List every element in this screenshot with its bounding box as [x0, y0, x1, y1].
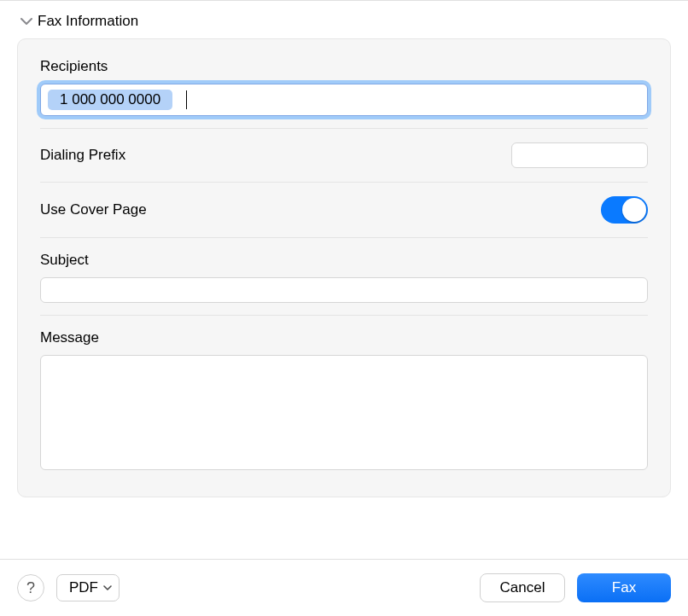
content-area: Fax Information Recipients 1 000 000 000… [0, 1, 688, 559]
pdf-popup-button[interactable]: PDF [56, 574, 120, 601]
cover-page-toggle[interactable] [601, 196, 648, 224]
section-title: Fax Information [38, 13, 138, 30]
message-block: Message [40, 316, 648, 474]
help-button[interactable]: ? [17, 574, 44, 601]
cancel-button[interactable]: Cancel [480, 573, 565, 602]
section-header[interactable]: Fax Information [20, 13, 671, 30]
cover-page-row: Use Cover Page [40, 183, 648, 237]
dialing-prefix-label: Dialing Prefix [40, 147, 125, 164]
dialog-footer: ? PDF Cancel Fax [0, 559, 688, 616]
recipient-token[interactable]: 1 000 000 0000 [48, 90, 172, 110]
subject-block: Subject [40, 238, 648, 315]
message-label: Message [40, 329, 648, 346]
pdf-label: PDF [69, 579, 98, 596]
help-icon: ? [26, 579, 35, 597]
recipients-label: Recipients [40, 58, 648, 75]
message-textarea[interactable] [40, 355, 648, 470]
dialing-prefix-row: Dialing Prefix [40, 129, 648, 182]
subject-input[interactable] [40, 277, 648, 303]
toggle-knob [622, 198, 646, 222]
recipients-input[interactable]: 1 000 000 0000 [40, 84, 648, 116]
cover-page-label: Use Cover Page [40, 201, 147, 218]
chevron-down-icon [20, 16, 32, 26]
chevron-down-icon [103, 584, 112, 591]
text-caret [186, 90, 187, 109]
fax-dialog: Fax Information Recipients 1 000 000 000… [0, 0, 688, 616]
subject-label: Subject [40, 252, 648, 269]
fax-button[interactable]: Fax [577, 573, 671, 602]
fax-info-panel: Recipients 1 000 000 0000 Dialing Prefix… [17, 38, 671, 497]
dialing-prefix-input[interactable] [511, 142, 648, 168]
